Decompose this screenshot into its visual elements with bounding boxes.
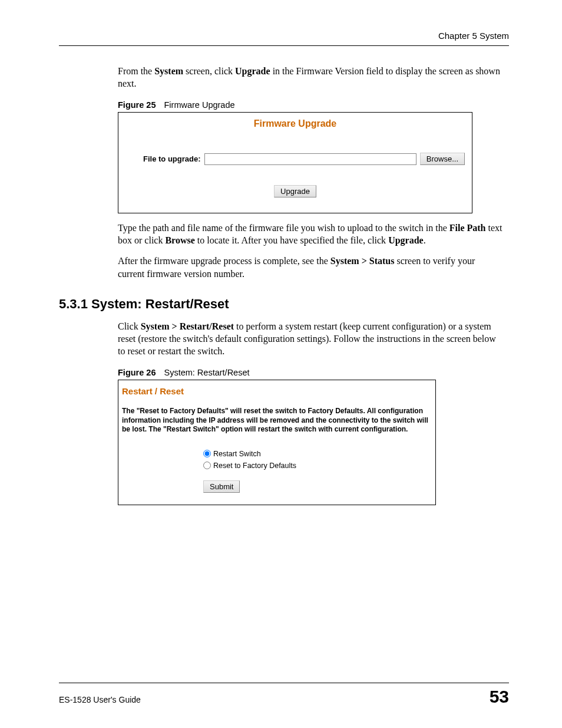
figure-title: System: Restart/Reset — [164, 368, 249, 377]
section-531-paragraph: Click System > Restart/Reset to perform … — [118, 320, 503, 357]
text: From the — [118, 66, 154, 76]
page-footer: ES-1528 User's Guide 53 — [59, 683, 509, 707]
section-531-heading: 5.3.1 System: Restart/Reset — [59, 297, 509, 312]
text: Click — [118, 321, 141, 331]
upgrade-button[interactable]: Upgrade — [274, 185, 316, 197]
footer-guide-name: ES-1528 User's Guide — [59, 695, 141, 704]
intro-paragraph: From the System screen, click Upgrade in… — [118, 65, 503, 90]
reset-factory-defaults-radio[interactable] — [203, 462, 211, 469]
reset-factory-defaults-option[interactable]: Reset to Factory Defaults — [203, 462, 429, 470]
restart-switch-option[interactable]: Restart Switch — [203, 450, 429, 458]
figure-title: Firmware Upgrade — [164, 100, 234, 110]
bold-system: System — [154, 66, 183, 76]
text: After the firmware upgrade process is co… — [118, 256, 330, 266]
reset-warning-text: The "Reset to Factory Defaults" will res… — [122, 407, 429, 434]
restart-switch-radio[interactable] — [203, 450, 211, 457]
header-chapter: Chapter 5 System — [59, 31, 509, 41]
panel-title: Firmware Upgrade — [125, 118, 465, 129]
text: screen, click — [183, 66, 235, 76]
footer-rule — [59, 683, 509, 683]
file-path-input[interactable] — [204, 153, 416, 165]
bold-system-status: System > Status — [330, 256, 395, 266]
footer-page-number: 53 — [490, 687, 509, 707]
radio-label: Restart Switch — [213, 450, 261, 458]
bold-upgrade: Upgrade — [388, 235, 424, 245]
text: . — [424, 235, 426, 245]
radio-label: Reset to Factory Defaults — [213, 462, 296, 470]
file-to-upgrade-label: File to upgrade: — [143, 154, 201, 163]
submit-button[interactable]: Submit — [203, 480, 240, 493]
bold-system-restart-reset: System > Restart/Reset — [141, 321, 234, 331]
figure-25-caption: Figure 25Firmware Upgrade — [118, 100, 509, 110]
browse-button[interactable]: Browse... — [420, 153, 465, 165]
panel-title: Restart / Reset — [122, 386, 429, 396]
figure-number: Figure 25 — [118, 100, 156, 110]
firmware-upgrade-panel: Firmware Upgrade File to upgrade: Browse… — [118, 112, 472, 213]
restart-reset-panel: Restart / Reset The "Reset to Factory De… — [118, 380, 436, 505]
bold-browse: Browse — [165, 235, 194, 245]
text: to locate it. After you have specified t… — [195, 235, 388, 245]
figure-26-caption: Figure 26System: Restart/Reset — [118, 368, 509, 377]
header-rule — [59, 45, 509, 46]
after-fig25-p2: After the firmware upgrade process is co… — [118, 255, 503, 279]
text: Type the path and file name of the firmw… — [118, 223, 449, 233]
bold-upgrade: Upgrade — [235, 66, 270, 76]
after-fig25-p1: Type the path and file name of the firmw… — [118, 222, 503, 246]
bold-file-path: File Path — [449, 223, 486, 233]
figure-number: Figure 26 — [118, 368, 156, 377]
